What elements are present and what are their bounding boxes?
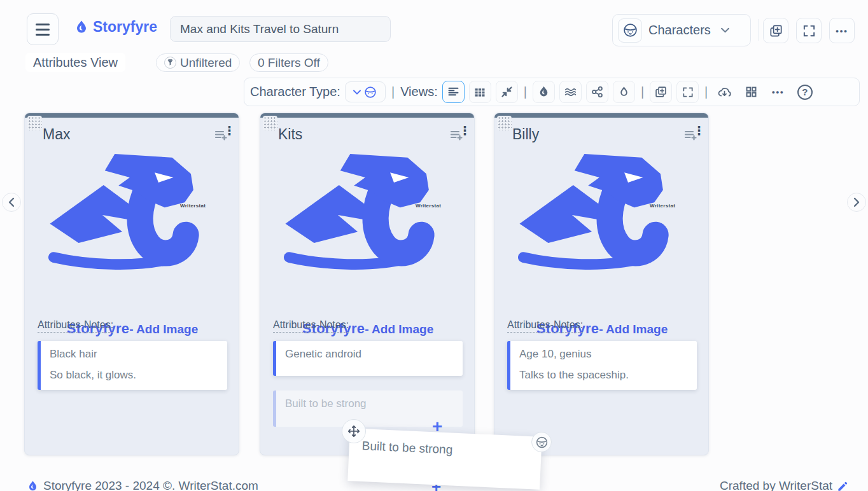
chevron-left-icon: [8, 197, 15, 207]
footer-credit[interactable]: Crafted by WriterStat: [720, 479, 849, 491]
move-icon: [347, 424, 361, 438]
character-name: Billy: [512, 126, 539, 143]
grid-view-button[interactable]: [469, 81, 491, 103]
face-icon: [618, 18, 642, 43]
project-title-input[interactable]: Max and Kits Travel to Saturn: [170, 16, 391, 42]
character-card-max: Max ⋮ Writerstat Storyfyre- Add Image At…: [24, 113, 239, 455]
cloud-download-button[interactable]: [713, 81, 736, 103]
character-name: Kits: [278, 126, 302, 143]
duplicate-icon: [769, 24, 783, 38]
filter-state-label: Unfiltered: [180, 56, 232, 70]
help-button[interactable]: ?: [794, 81, 816, 103]
face-icon: [364, 86, 377, 99]
toolbar-divider: |: [522, 85, 528, 99]
collapse-icon: [500, 85, 514, 99]
pencil-icon: [837, 480, 849, 491]
duplicate-view-button[interactable]: [650, 81, 672, 103]
note-line: Built to be strong: [285, 398, 454, 410]
list-view-button[interactable]: [442, 81, 465, 103]
flame-view-button[interactable]: [533, 81, 555, 103]
playlist-add-icon[interactable]: [213, 127, 228, 142]
collection-dropdown[interactable]: Characters: [612, 14, 751, 46]
collection-label: Characters: [648, 23, 711, 38]
note-line: Genetic android: [285, 348, 454, 361]
chevron-down-icon: [353, 90, 361, 95]
app-window: Storyfyre Max and Kits Travel to Saturn …: [0, 0, 868, 491]
flame-icon: [27, 480, 39, 491]
more-options-button[interactable]: •••: [829, 18, 855, 43]
next-page-button[interactable]: [847, 193, 866, 212]
playlist-add-icon[interactable]: [449, 127, 464, 142]
note-card[interactable]: Age 10, genius Talks to the spaceship.: [507, 341, 697, 390]
waves-view-button[interactable]: [559, 81, 582, 103]
drag-dots-handle[interactable]: [497, 116, 512, 130]
fullscreen-view-button[interactable]: [676, 81, 699, 103]
watermark-label: Writerstat: [416, 203, 441, 209]
character-image-placeholder[interactable]: Writerstat Storyfyre- Add Image: [510, 150, 694, 280]
brand-logo[interactable]: Storyfyre: [74, 18, 157, 36]
toolbar-more-button[interactable]: •••: [767, 81, 789, 103]
funnel-icon: [164, 57, 176, 69]
card-top-bar: [260, 113, 474, 118]
copyright-text: Storyfyre 2023 - 2024 ©. WriterStat.com: [43, 479, 258, 491]
card-top-bar: [494, 113, 708, 118]
more-icon: •••: [772, 88, 785, 96]
character-image-placeholder[interactable]: Writerstat Storyfyre- Add Image: [40, 150, 225, 280]
view-mode-label: Attributes View: [25, 53, 125, 72]
drag-dots-handle[interactable]: [27, 116, 42, 130]
droplet-view-button[interactable]: [613, 81, 635, 103]
note-card[interactable]: Black hair So black, it glows.: [38, 341, 227, 390]
note-card[interactable]: Genetic android: [273, 341, 463, 376]
droplet-icon: [617, 85, 631, 99]
views-label: Views:: [400, 85, 438, 99]
attributes-notes-label: Attributes-Notes:: [38, 319, 113, 333]
card-top-bar: [25, 113, 239, 118]
note-line: Black hair: [50, 348, 218, 361]
move-cursor-badge: [342, 419, 366, 443]
grid-view-icon: [473, 86, 486, 99]
duplicate-board-button[interactable]: [763, 18, 788, 43]
character-face-button[interactable]: [531, 432, 552, 452]
more-icon: •••: [836, 27, 848, 35]
filter-state-chip[interactable]: Unfiltered: [156, 53, 240, 72]
chevron-down-icon: [721, 27, 729, 33]
fullscreen-button[interactable]: [796, 18, 822, 43]
flame-icon: [74, 20, 89, 35]
toolbar-divider: |: [703, 85, 709, 99]
character-card-kits: Kits ⋮ Writerstat Storyfyre- Add Image A…: [260, 113, 475, 455]
filters-count-chip[interactable]: 0 Filters Off: [249, 53, 328, 72]
duplicate-icon: [654, 85, 668, 99]
character-type-dropdown[interactable]: [345, 81, 386, 102]
note-line: So black, it glows.: [50, 369, 218, 382]
dragon-wing: [50, 185, 137, 243]
project-title: Max and Kits Travel to Saturn: [180, 22, 339, 36]
character-name: Max: [43, 126, 70, 143]
watermark-label: Writerstat: [650, 203, 675, 209]
help-icon: ?: [797, 85, 813, 100]
face-icon: [535, 436, 549, 449]
footer-copyright: Storyfyre 2023 - 2024 ©. WriterStat.com: [27, 479, 258, 491]
drag-dots-handle[interactable]: [263, 116, 277, 130]
menu-button[interactable]: [27, 13, 59, 45]
hamburger-icon: [36, 24, 50, 25]
previous-page-button[interactable]: [2, 193, 21, 212]
fullscreen-icon: [682, 86, 694, 99]
credit-text: Crafted by WriterStat: [720, 479, 832, 491]
watermark-label: Writerstat: [180, 203, 206, 209]
character-card-billy: Billy ⋮ Writerstat Storyfyre- Add Image …: [494, 113, 709, 455]
flame-icon: [537, 85, 550, 99]
playlist-add-icon[interactable]: [683, 127, 698, 142]
chevron-right-icon: [853, 197, 860, 207]
list-view-icon: [447, 85, 460, 99]
dragged-note-card[interactable]: Built to be strong: [347, 428, 542, 490]
brand-name: Storyfyre: [93, 18, 157, 36]
fullscreen-icon: [802, 24, 816, 38]
collapse-view-button[interactable]: [496, 81, 518, 103]
apps-grid-button[interactable]: [740, 81, 762, 103]
attributes-notes-label: Attributes-Notes:: [273, 319, 349, 333]
relationships-view-button[interactable]: [586, 81, 608, 103]
header-divider: [759, 19, 759, 41]
character-image-placeholder[interactable]: Writerstat Storyfyre- Add Image: [276, 150, 460, 280]
note-line: Age 10, genius: [519, 348, 688, 361]
note-line: Built to be strong: [361, 439, 529, 460]
